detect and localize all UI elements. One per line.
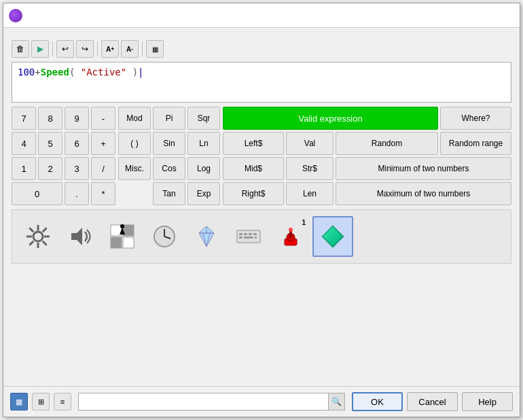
- keyboard-icon-item[interactable]: [228, 216, 269, 257]
- font-inc-btn[interactable]: A+: [101, 40, 119, 58]
- num-2[interactable]: 2: [38, 157, 62, 180]
- where-btn[interactable]: Where?: [440, 107, 511, 130]
- num-1[interactable]: 1: [12, 157, 36, 180]
- mid-dollar-btn[interactable]: Mid$: [223, 157, 284, 180]
- svg-rect-27: [249, 233, 252, 235]
- calc-area: 7 8 9 - 4 5 6 + 1 2 3 / 0 . * Mod Pi Sqr: [12, 107, 511, 205]
- op-divide[interactable]: /: [91, 157, 115, 180]
- joystick-icon-item[interactable]: 1: [270, 216, 311, 257]
- svg-rect-29: [239, 237, 242, 239]
- toolbar: 🗑 ▶ ↩ ↪ A+ A- ▦: [12, 40, 511, 58]
- app-icon: [9, 9, 22, 22]
- search-input[interactable]: [79, 396, 328, 408]
- svg-point-35: [289, 228, 293, 232]
- svg-point-0: [33, 232, 43, 241]
- right-dollar-btn[interactable]: Right$: [223, 182, 284, 205]
- svg-rect-28: [253, 233, 257, 235]
- numpad: 7 8 9 - 4 5 6 + 1 2 3 / 0 . *: [12, 107, 115, 205]
- svg-rect-31: [255, 237, 257, 239]
- len-btn[interactable]: Len: [286, 182, 333, 205]
- sqr-btn[interactable]: Sqr: [187, 107, 220, 130]
- num-0[interactable]: 0: [12, 182, 62, 205]
- svg-line-7: [43, 228, 47, 232]
- op-minus[interactable]: -: [91, 107, 115, 130]
- svg-point-15: [120, 224, 124, 228]
- toolbar-sep-1: [52, 41, 53, 56]
- num-9[interactable]: 9: [65, 107, 89, 130]
- empty-fn: [118, 182, 151, 205]
- max-two-numbers-btn[interactable]: Maximum of two numbers: [336, 182, 511, 205]
- bottom-bar: ▦⊞≡🔍OKCancelHelp: [3, 386, 520, 417]
- exp-btn[interactable]: Exp: [187, 182, 220, 205]
- delete-btn[interactable]: 🗑: [12, 40, 29, 58]
- paren-btn[interactable]: ( ): [118, 132, 151, 155]
- view-grid-medium-btn[interactable]: ⊞: [32, 393, 50, 410]
- expression-content: 100+Speed( "Active" )|: [18, 67, 144, 77]
- right-panel: Valid expressionWhere?Left$ValRandomRand…: [223, 107, 511, 205]
- pi-btn[interactable]: Pi: [153, 107, 185, 130]
- func-panel: Mod Pi Sqr ( ) Sin Ln Misc. Cos Log Tan …: [118, 107, 220, 205]
- diamond-icon-item[interactable]: [312, 216, 353, 257]
- cancel-button[interactable]: Cancel: [407, 392, 458, 411]
- view-grid-small-btn[interactable]: ▦: [10, 393, 28, 410]
- svg-rect-12: [111, 237, 122, 248]
- close-title-btn[interactable]: [506, 14, 514, 17]
- toolbar-sep-3: [142, 41, 143, 56]
- num-3[interactable]: 3: [65, 157, 89, 180]
- main-content: 🗑 ▶ ↩ ↪ A+ A- ▦ 100+Speed( "Active" )| 7…: [3, 28, 520, 386]
- svg-rect-13: [123, 237, 134, 248]
- sin-btn[interactable]: Sin: [153, 132, 185, 155]
- svg-line-5: [29, 228, 33, 232]
- svg-line-8: [29, 241, 33, 245]
- expression-editor[interactable]: 100+Speed( "Active" )|: [12, 62, 511, 103]
- set-score-window: 🗑 ▶ ↩ ↪ A+ A- ▦ 100+Speed( "Active" )| 7…: [3, 3, 520, 417]
- left-dollar-btn[interactable]: Left$: [223, 132, 284, 155]
- sound-icon-item[interactable]: [60, 216, 101, 257]
- help-button[interactable]: Help: [462, 392, 513, 411]
- icon-panel: 1: [12, 209, 511, 264]
- font-dec-btn[interactable]: A-: [121, 40, 139, 58]
- svg-rect-30: [244, 237, 253, 239]
- dot-btn[interactable]: .: [65, 182, 89, 205]
- num-7[interactable]: 7: [12, 107, 36, 130]
- mod-btn[interactable]: Mod: [118, 107, 151, 130]
- format-btn[interactable]: ▦: [146, 40, 164, 58]
- undo-btn[interactable]: ↩: [56, 40, 74, 58]
- cos-btn[interactable]: Cos: [153, 157, 185, 180]
- gem-icon-item[interactable]: [186, 216, 227, 257]
- chess-icon-item[interactable]: [102, 216, 143, 257]
- random-range-btn[interactable]: Random range: [440, 132, 511, 155]
- ok-button[interactable]: OK: [352, 392, 403, 411]
- svg-marker-9: [71, 228, 82, 245]
- svg-line-6: [43, 241, 47, 245]
- num-6[interactable]: 6: [65, 132, 89, 155]
- view-list-btn[interactable]: ≡: [54, 393, 71, 410]
- clock-icon-item[interactable]: [144, 216, 185, 257]
- redo-btn[interactable]: ↪: [76, 40, 94, 58]
- ln-btn[interactable]: Ln: [187, 132, 220, 155]
- search-box: 🔍: [78, 393, 345, 410]
- op-plus[interactable]: +: [91, 132, 115, 155]
- svg-rect-26: [244, 233, 247, 235]
- op-multiply[interactable]: *: [91, 182, 115, 205]
- num-4[interactable]: 4: [12, 132, 36, 155]
- val-btn[interactable]: Val: [286, 132, 333, 155]
- title-controls: [494, 14, 514, 17]
- num-5[interactable]: 5: [38, 132, 62, 155]
- misc-btn[interactable]: Misc.: [118, 157, 151, 180]
- play-btn[interactable]: ▶: [31, 40, 49, 58]
- toolbar-sep-2: [97, 41, 98, 56]
- title-bar: [3, 3, 520, 28]
- valid-expression-btn[interactable]: Valid expression: [223, 107, 438, 130]
- num-8[interactable]: 8: [38, 107, 62, 130]
- search-icon[interactable]: 🔍: [328, 393, 344, 410]
- random-btn[interactable]: Random: [336, 132, 438, 155]
- svg-marker-37: [323, 226, 343, 247]
- tan-btn[interactable]: Tan: [153, 182, 185, 205]
- log-btn[interactable]: Log: [187, 157, 220, 180]
- min-two-numbers-btn[interactable]: Minimum of two numbers: [336, 157, 511, 180]
- help-title-btn[interactable]: [494, 14, 502, 17]
- str-dollar-btn[interactable]: Str$: [286, 157, 333, 180]
- gear-icon-item[interactable]: [18, 216, 58, 257]
- svg-rect-25: [239, 233, 242, 235]
